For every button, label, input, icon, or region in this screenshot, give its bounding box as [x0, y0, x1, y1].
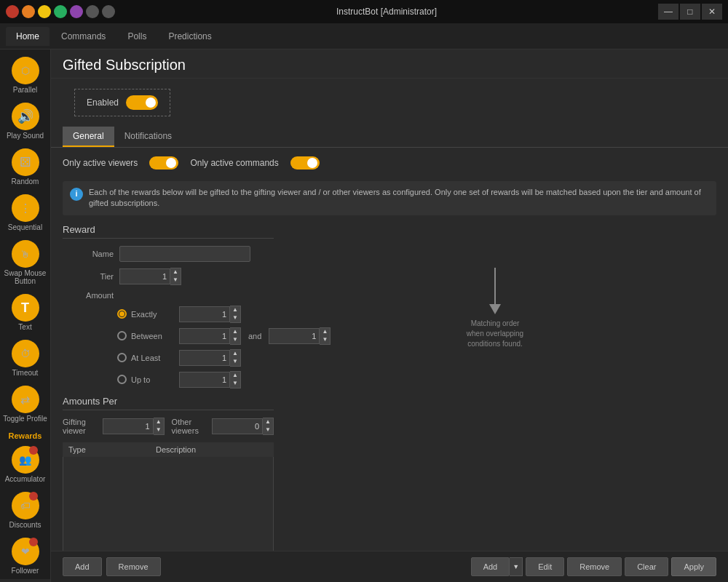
- sidebar-item-random[interactable]: ⚄ Random: [0, 144, 50, 190]
- arrow-area: Matching order when overlapping conditio…: [274, 224, 716, 356]
- titlebar-title: InstructBot [Administrator]: [336, 7, 437, 17]
- nav-tab-polls[interactable]: Polls: [117, 27, 157, 46]
- tab-notifications[interactable]: Notifications: [114, 127, 182, 147]
- rewards-table-area: Type Description: [63, 442, 274, 551]
- clear-button[interactable]: Clear: [625, 557, 668, 576]
- close-button[interactable]: ✕: [702, 4, 722, 20]
- other-viewers-up-button[interactable]: ▲: [263, 418, 273, 426]
- radio-upto-row: Up to ▲ ▼: [117, 371, 274, 388]
- sidebar-item-sequential[interactable]: ⋮ Sequential: [0, 190, 50, 236]
- left-col-reward: Reward Name Tier ▲ ▼: [63, 224, 274, 551]
- gifting-viewer-label: Gifting viewer: [63, 418, 95, 435]
- sidebar-item-swap-mouse[interactable]: 🖱 Swap Mouse Button: [0, 236, 50, 290]
- exactly-down-button[interactable]: ▼: [230, 314, 240, 322]
- radio-upto[interactable]: [117, 375, 127, 384]
- radio-between-row: Between ▲ ▼ and ▲: [117, 327, 274, 345]
- radio-exactly[interactable]: [117, 309, 127, 319]
- upto-up-button[interactable]: ▲: [230, 372, 240, 380]
- sidebar-item-accumulator[interactable]: 👥 Accumulator: [0, 442, 50, 487]
- radio-atleast-label: At Least: [131, 354, 175, 362]
- nav-tab-predictions[interactable]: Predictions: [158, 27, 221, 46]
- tab-content-general: Only active viewers Only active commands…: [51, 154, 728, 551]
- toggle-knob-commands: [307, 158, 317, 168]
- nav-tab-commands[interactable]: Commands: [51, 27, 116, 46]
- other-viewers-spinner: ▲ ▼: [212, 418, 274, 435]
- exactly-spinner-btns: ▲ ▼: [230, 306, 241, 323]
- sidebar-item-play-sound[interactable]: 🔊 Play Sound: [0, 98, 50, 144]
- atleast-input[interactable]: [179, 350, 230, 366]
- upto-input[interactable]: [179, 372, 230, 388]
- table-body: [63, 457, 274, 551]
- btn-row-right: Add ▼ Edit Remove Clear Apply: [471, 557, 716, 576]
- timeout-icon: ⏱: [12, 340, 39, 367]
- sidebar-item-discounts[interactable]: 🏷 Discounts: [0, 487, 50, 533]
- th-description: Description: [156, 445, 268, 454]
- radio-atleast[interactable]: [117, 353, 127, 362]
- add-reward-button[interactable]: Add: [63, 557, 102, 576]
- add-split-arrow-button[interactable]: ▼: [510, 557, 523, 576]
- tier-down-button[interactable]: ▼: [170, 276, 181, 284]
- exactly-up-button[interactable]: ▲: [230, 306, 240, 314]
- edit-button[interactable]: Edit: [526, 557, 564, 576]
- sidebar-item-text[interactable]: T Text: [0, 290, 50, 335]
- atleast-spinner-btns: ▲ ▼: [230, 349, 241, 367]
- amounts-per-section: Amounts Per Gifting viewer ▲ ▼ Other vie…: [63, 396, 274, 435]
- titlebar-controls: — □ ✕: [658, 4, 722, 20]
- upto-down-button[interactable]: ▼: [230, 380, 240, 388]
- btn-row-left: Add Remove: [63, 557, 161, 576]
- gifting-viewer-up-button[interactable]: ▲: [154, 418, 164, 426]
- between-down1-button[interactable]: ▼: [230, 336, 240, 344]
- atleast-up-button[interactable]: ▲: [230, 350, 240, 358]
- enabled-row: Enabled: [74, 89, 170, 116]
- exactly-spinner: ▲ ▼: [179, 306, 241, 323]
- radio-atleast-row: At Least ▲ ▼: [117, 349, 274, 367]
- accumulator-badge: [29, 446, 38, 455]
- add-button[interactable]: Add: [471, 557, 510, 576]
- other-viewers-down-button[interactable]: ▼: [263, 426, 273, 434]
- between-up1-button[interactable]: ▲: [230, 328, 240, 336]
- apply-button[interactable]: Apply: [671, 557, 716, 576]
- exactly-input[interactable]: [179, 306, 230, 322]
- sidebar-label-discounts: Discounts: [9, 521, 41, 529]
- remove-reward-button[interactable]: Remove: [106, 557, 161, 576]
- follower-badge: [29, 538, 38, 546]
- radio-between[interactable]: [117, 331, 127, 340]
- sidebar-item-gifted-sub[interactable]: 🎁 Gifted Subscription: [0, 579, 50, 582]
- gifting-viewer-spinner-btns: ▲ ▼: [154, 418, 165, 435]
- nav-tab-home[interactable]: Home: [6, 27, 50, 46]
- radio-exactly-label: Exactly: [131, 310, 175, 319]
- minimize-button[interactable]: —: [658, 4, 678, 20]
- radio-exactly-row: Exactly ▲ ▼: [117, 306, 274, 323]
- toggle-knob-viewers: [166, 158, 176, 168]
- gifting-viewer-spinner: ▲ ▼: [103, 418, 165, 435]
- only-active-viewers-toggle[interactable]: [149, 156, 178, 170]
- play-sound-icon: 🔊: [12, 103, 39, 130]
- gifting-viewer-down-button[interactable]: ▼: [154, 426, 164, 434]
- tier-up-button[interactable]: ▲: [170, 268, 181, 276]
- table-header: Type Description: [63, 442, 274, 457]
- maximize-button[interactable]: □: [680, 4, 700, 20]
- sidebar-item-parallel[interactable]: ⬡ Parallel: [0, 52, 50, 98]
- follower-icon: ❤: [12, 538, 39, 565]
- other-viewers-spinner-btns: ▲ ▼: [263, 418, 274, 435]
- only-active-commands-toggle[interactable]: [290, 156, 320, 170]
- gifting-viewer-input[interactable]: [103, 418, 154, 434]
- enabled-label: Enabled: [87, 97, 119, 108]
- parallel-icon: ⬡: [12, 57, 39, 84]
- name-input[interactable]: [119, 246, 250, 262]
- sidebar-item-toggle-profile[interactable]: ⇄ Toggle Profile: [0, 381, 50, 427]
- remove-button[interactable]: Remove: [567, 557, 622, 576]
- tab-general[interactable]: General: [63, 127, 114, 147]
- sidebar-item-timeout[interactable]: ⏱ Timeout: [0, 335, 50, 381]
- arrow-head: [489, 304, 501, 314]
- other-viewers-input[interactable]: [212, 418, 263, 434]
- sidebar-item-follower[interactable]: ❤ Follower: [0, 533, 50, 579]
- between-spinner1: ▲ ▼: [179, 327, 241, 345]
- between-input1[interactable]: [179, 328, 230, 344]
- amounts-per-header: Amounts Per: [63, 396, 274, 410]
- atleast-down-button[interactable]: ▼: [230, 358, 240, 366]
- tier-input[interactable]: [119, 268, 170, 284]
- enabled-toggle[interactable]: [126, 95, 158, 110]
- sidebar-label-random: Random: [12, 178, 39, 186]
- upto-spinner: ▲ ▼: [179, 371, 241, 388]
